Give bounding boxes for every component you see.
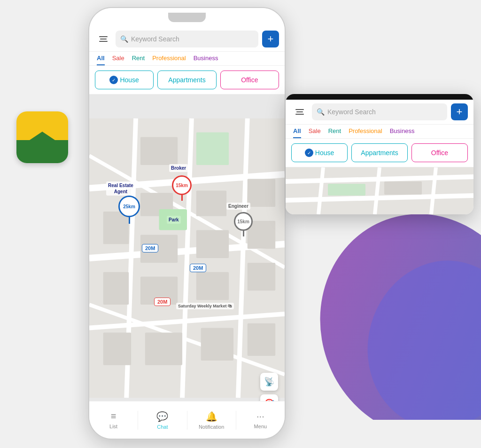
pin-circle-blue: 25km — [118, 196, 140, 217]
phone-notch — [168, 13, 206, 22]
svg-point-1 — [349, 244, 481, 420]
app-icon-triangle — [28, 132, 56, 141]
map-label-park: Park — [167, 216, 181, 224]
map-area: Real EstateAgent 25km Broker 15km Engine… — [89, 94, 285, 422]
satellite-button[interactable]: 📡 — [260, 373, 278, 391]
zoomed-search-placeholder: Keyword Search — [327, 108, 376, 116]
tab-rent[interactable]: Rent — [132, 55, 145, 65]
chip-house-label: House — [120, 76, 139, 84]
zoomed-check-icon: ✓ — [305, 149, 313, 157]
pin-tail-red — [181, 195, 183, 201]
zoomed-chip-apartments-label: Appartments — [361, 149, 398, 157]
search-placeholder: Keyword Search — [131, 35, 179, 43]
zoomed-search-icon: 🔍 — [317, 108, 325, 116]
zoomed-top-bar — [286, 94, 473, 100]
filter-icon — [99, 36, 108, 42]
map-label-agent: Real EstateAgent — [106, 181, 135, 196]
tab-sale[interactable]: Sale — [112, 55, 124, 65]
zoomed-filter-button[interactable] — [291, 103, 308, 120]
pin-tail-blue — [129, 217, 130, 224]
tab-business[interactable]: Business — [194, 55, 218, 65]
notification-icon: 🔔 — [206, 411, 217, 422]
svg-rect-36 — [384, 181, 422, 195]
nav-menu-label: Menu — [254, 424, 267, 429]
zoomed-tab-sale[interactable]: Sale — [309, 127, 321, 138]
filter-button[interactable] — [95, 31, 112, 47]
add-button[interactable]: + — [262, 31, 279, 47]
map-overlay: Real EstateAgent 25km Broker 15km Engine… — [89, 94, 285, 422]
pin-red-broker[interactable]: 15km — [172, 175, 192, 201]
zoomed-card: 🔍 Keyword Search + All Sale Rent Profess… — [286, 94, 473, 214]
nav-notification[interactable]: 🔔 Notification — [187, 401, 236, 439]
zoomed-filter-icon — [295, 109, 304, 115]
chip-apartments-label: Appartments — [168, 76, 205, 84]
price-badge-2[interactable]: 20M — [190, 264, 206, 272]
app-icon-bottom — [16, 140, 68, 164]
chip-apartments[interactable]: Appartments — [157, 71, 216, 89]
zoomed-tab-business[interactable]: Business — [390, 127, 415, 138]
bottom-nav: ≡ List 💬 Chat 🔔 Notification ··· Menu — [89, 401, 285, 439]
nav-list[interactable]: ≡ List — [89, 401, 138, 439]
price-badge-1[interactable]: 20M — [142, 244, 158, 252]
svg-point-0 — [293, 194, 481, 420]
zoomed-tab-professional[interactable]: Professional — [349, 127, 382, 138]
chips-row: ✓ House Appartments Office — [89, 66, 285, 94]
pin-circle-red: 15km — [172, 175, 192, 195]
chip-office-label: Office — [241, 76, 258, 84]
nav-menu[interactable]: ··· Menu — [236, 401, 285, 439]
chat-icon: 💬 — [156, 411, 168, 422]
check-icon: ✓ — [109, 76, 118, 84]
search-area: 🔍 Keyword Search + — [89, 27, 285, 52]
zoomed-chip-office[interactable]: Office — [411, 143, 468, 162]
tab-all[interactable]: All — [97, 55, 105, 65]
map-label-engineer: Engineer — [226, 203, 250, 210]
tab-professional[interactable]: Professional — [152, 55, 186, 65]
zoomed-map-preview — [286, 167, 473, 214]
menu-icon: ··· — [256, 411, 264, 422]
zoomed-tab-all[interactable]: All — [293, 127, 301, 138]
list-icon: ≡ — [111, 411, 116, 422]
pin-tail-gray — [243, 231, 244, 236]
search-icon: 🔍 — [120, 35, 128, 43]
zoomed-tab-rent[interactable]: Rent — [328, 127, 341, 138]
nav-chat-label: Chat — [157, 424, 168, 430]
nav-list-label: List — [109, 424, 117, 429]
decorative-blob — [293, 194, 481, 420]
zoomed-chip-office-label: Office — [431, 149, 448, 157]
chip-office[interactable]: Office — [220, 71, 279, 89]
map-label-market: Saturday Weekly Market 🛍 — [176, 303, 234, 309]
zoomed-tabs-row: All Sale Rent Professional Business — [286, 125, 473, 139]
chip-house[interactable]: ✓ House — [95, 71, 154, 89]
zoomed-chip-apartments[interactable]: Appartments — [351, 143, 408, 162]
zoomed-chips-row: ✓ House Appartments Office — [286, 139, 473, 167]
map-label-broker: Broker — [169, 164, 188, 172]
zoomed-search-area: 🔍 Keyword Search + — [286, 100, 473, 125]
app-icon — [16, 111, 68, 163]
zoomed-add-button[interactable]: + — [451, 103, 468, 120]
pin-blue-agent[interactable]: 25km — [118, 196, 140, 224]
nav-notification-label: Notification — [199, 424, 224, 430]
phone-frame: 🔍 Keyword Search + All Sale Rent Profess… — [88, 7, 286, 440]
phone-top-bar — [89, 8, 285, 27]
tabs-row: All Sale Rent Professional Business — [89, 52, 285, 66]
zoomed-map-svg — [286, 167, 473, 214]
zoomed-chip-house-label: House — [315, 149, 334, 157]
pin-circle-gray: 15km — [234, 212, 253, 231]
price-badge-3[interactable]: 20M — [154, 298, 171, 306]
svg-rect-35 — [328, 184, 365, 196]
zoomed-chip-house[interactable]: ✓ House — [291, 143, 348, 162]
nav-chat[interactable]: 💬 Chat — [138, 401, 186, 439]
search-input[interactable]: 🔍 Keyword Search — [116, 31, 258, 47]
zoomed-search-input[interactable]: 🔍 Keyword Search — [312, 103, 447, 120]
pin-gray-engineer[interactable]: 15km — [234, 212, 253, 236]
